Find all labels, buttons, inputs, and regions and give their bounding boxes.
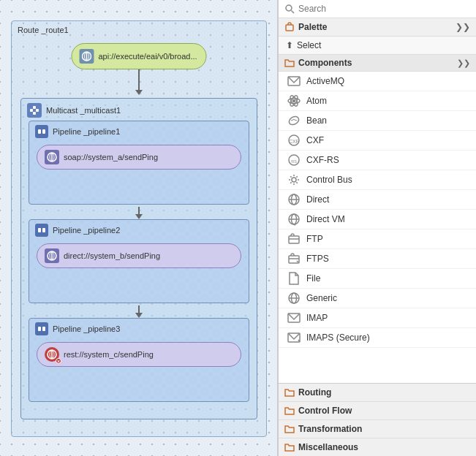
pipeline-2-endpoint[interactable]: direct://system_b/sendPing [37, 243, 241, 268]
atom-icon [287, 94, 301, 107]
bean-icon [287, 114, 301, 127]
component-list: ActiveMQAtomBeanCXFCXFRSCXF-RSControl Bu… [279, 72, 476, 383]
route-container: Route _route1 api://execute/eai/v0/broad… [11, 20, 267, 437]
gear-icon [287, 173, 301, 186]
api-node[interactable]: api://execute/eai/v0/broad... [72, 43, 207, 69]
component-item-file[interactable]: File [279, 269, 476, 289]
endpoint-1-icon [45, 150, 59, 164]
palette-title-row: Palette [284, 22, 327, 32]
palette-header: Palette ❯❯ [279, 18, 476, 37]
component-item-control-bus[interactable]: Control Bus [279, 170, 476, 190]
direct-icon [287, 193, 301, 206]
component-label-5: Control Bus [306, 175, 352, 185]
select-label: Select [297, 40, 321, 50]
palette-icon [284, 22, 295, 32]
component-item-imaps-(secure)[interactable]: IMAPS (Secure) [279, 328, 476, 348]
arrow-p2p3 [135, 305, 143, 318]
components-section-title-row: Components [284, 58, 352, 68]
component-label-10: File [306, 273, 320, 284]
pipeline-1-endpoint[interactable]: soap://system_a/sendPing [37, 145, 241, 170]
bottom-section-control-flow[interactable]: Control Flow [279, 402, 476, 420]
canvas-panel: Route _route1 api://execute/eai/v0/broad… [0, 0, 278, 456]
route-label: Route _route1 [18, 26, 69, 34]
palette-expand-icon[interactable]: ❯❯ [456, 22, 470, 32]
component-item-ftps[interactable]: FTPS [279, 249, 476, 269]
svg-rect-18 [42, 327, 45, 331]
arrow-1 [135, 69, 143, 95]
palette-title: Palette [298, 22, 327, 32]
palette-search-bar [279, 0, 476, 18]
bottom-sections: RoutingControl FlowTransformationMiscell… [279, 383, 476, 456]
directvm-icon [287, 213, 301, 226]
components-expand-icon[interactable]: ❯❯ [457, 58, 470, 68]
file-icon [287, 272, 301, 285]
component-label-4: CXF-RS [306, 155, 339, 165]
component-item-atom[interactable]: Atom [279, 91, 476, 111]
svg-rect-3 [30, 109, 33, 112]
select-row[interactable]: ⬆ Select [279, 37, 476, 55]
component-label-0: ActiveMQ [306, 76, 344, 86]
multicast-label: Multicast _multicast1 [46, 106, 121, 115]
svg-rect-6 [33, 112, 36, 115]
component-item-ftp[interactable]: FTP [279, 229, 476, 249]
bottom-section-transformation[interactable]: Transformation [279, 420, 476, 438]
pipeline-3-header: Pipeline _pipeline3 [29, 319, 249, 339]
bottom-section-routing[interactable]: Routing [279, 384, 476, 402]
component-item-bean[interactable]: Bean [279, 111, 476, 131]
pipeline-1-label: Pipeline _pipeline1 [53, 127, 120, 136]
cxf-icon: CXF [287, 134, 301, 147]
cursor-icon: ⬆ [286, 40, 293, 50]
multicast-container[interactable]: Multicast _multicast1 Pipeline _pipeline… [20, 98, 257, 419]
components-section-header[interactable]: Components ❯❯ [279, 55, 476, 72]
component-item-activemq[interactable]: ActiveMQ [279, 72, 476, 91]
pipeline-2-label: Pipeline _pipeline2 [53, 226, 120, 235]
component-item-generic[interactable]: Generic [279, 289, 476, 308]
search-input[interactable] [298, 4, 470, 14]
component-label-3: CXF [306, 135, 324, 145]
folder-icon-2 [284, 424, 295, 434]
components-folder-icon [284, 58, 295, 68]
endpoint-2-icon [45, 248, 59, 263]
component-label-2: Bean [306, 115, 327, 126]
pipeline-3-label: Pipeline _pipeline3 [53, 324, 120, 333]
component-label-12: IMAP [306, 313, 328, 323]
pipeline-3[interactable]: Pipeline _pipeline3 × rest://system_c/se… [29, 318, 249, 402]
svg-rect-7 [38, 129, 41, 134]
folder-icon-3 [284, 442, 295, 452]
multicast-icon [27, 103, 42, 118]
folder-icon-1 [284, 406, 295, 416]
svg-line-47 [297, 261, 298, 262]
component-item-cxf[interactable]: CXFCXF [279, 131, 476, 151]
generic-icon [287, 292, 301, 305]
components-section-title: Components [298, 58, 352, 68]
bottom-section-label-3: Miscellaneous [298, 442, 358, 452]
svg-rect-4 [36, 109, 39, 112]
api-node-text: api://execute/eai/v0/broad... [99, 52, 197, 61]
pipeline-3-icon [35, 322, 48, 335]
bottom-section-miscellaneous[interactable]: Miscellaneous [279, 438, 476, 456]
component-label-11: Generic [306, 293, 337, 303]
component-label-13: IMAPS (Secure) [306, 332, 370, 343]
component-label-8: FTP [306, 234, 323, 244]
svg-rect-13 [42, 228, 45, 232]
component-label-6: Direct [306, 194, 329, 205]
search-icon [284, 4, 295, 14]
component-item-imap[interactable]: IMAP [279, 308, 476, 328]
svg-point-22 [286, 5, 292, 11]
pipeline-2[interactable]: Pipeline _pipeline2 direct://system_b/se… [29, 219, 249, 303]
endpoint-3-text: rest://system_c/sendPing [64, 350, 154, 359]
palette-panel: Palette ❯❯ ⬆ Select Components ❯❯ Active… [278, 0, 476, 456]
pipeline-1[interactable]: Pipeline _pipeline1 soap://system_a/send… [29, 121, 249, 205]
svg-line-23 [292, 11, 295, 14]
component-label-7: Direct VM [306, 214, 345, 224]
svg-point-30 [287, 115, 300, 126]
component-item-direct[interactable]: Direct [279, 190, 476, 210]
folder-icon-0 [284, 387, 295, 398]
pipeline-1-header: Pipeline _pipeline1 [29, 121, 249, 142]
component-item-direct-vm[interactable]: Direct VM [279, 210, 476, 229]
pipeline-1-icon [35, 125, 48, 138]
component-item-cxf-rs[interactable]: RSCXF-RS [279, 151, 476, 170]
multicast-header: Multicast _multicast1 [21, 99, 257, 122]
pipeline-3-endpoint[interactable]: × rest://system_c/sendPing [37, 342, 241, 367]
bottom-section-label-1: Control Flow [298, 406, 352, 416]
